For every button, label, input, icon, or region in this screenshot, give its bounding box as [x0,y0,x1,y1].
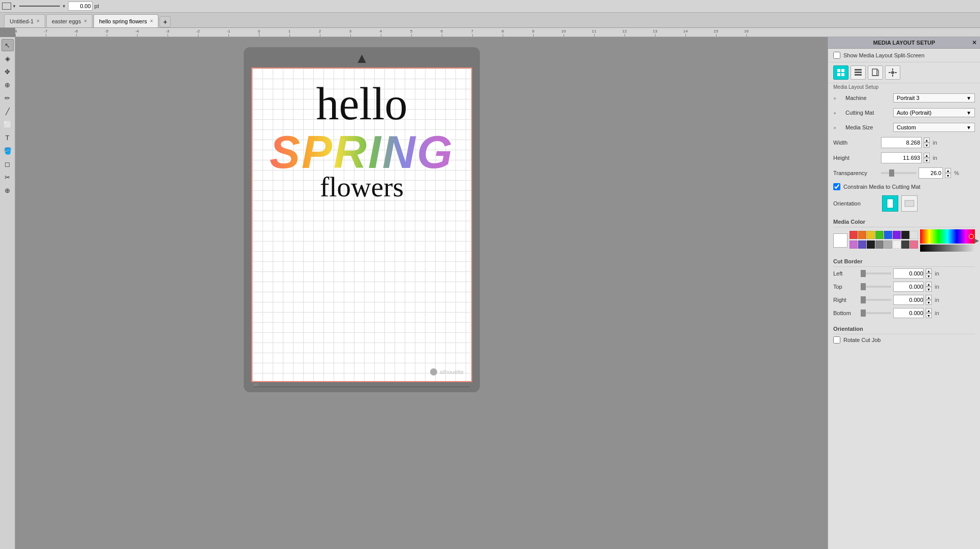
swatch-hotpink[interactable] [910,241,918,249]
cut-right-input[interactable] [893,295,924,305]
cut-left-up[interactable]: ▲ [926,268,932,273]
swatch-red[interactable] [850,231,858,239]
constrain-checkbox[interactable] [833,183,840,190]
media-size-dropdown[interactable]: Custom ▼ [893,123,975,132]
width-row: Width 8.268 ▲ ▼ in [828,135,980,150]
orientation-portrait-btn[interactable] [882,195,898,212]
gradient-arrow[interactable]: ▶ [974,237,979,244]
swatch-green[interactable] [875,231,884,239]
machine-label: Machine [845,95,891,101]
icon-grid-btn[interactable] [851,65,866,80]
tool-text[interactable]: T [2,131,14,144]
tool-node[interactable]: ◈ [2,52,14,64]
show-split-row: Show Media Layout Split-Screen [828,49,980,62]
shape-dropdown-arrow[interactable]: ▼ [12,4,16,9]
icon-page-btn[interactable] [868,65,883,80]
tab-untitled[interactable]: Untitled-1 × [4,14,45,27]
height-down[interactable]: ▼ [924,158,930,163]
cut-right-slider[interactable] [861,299,891,301]
cut-top-down[interactable]: ▼ [926,287,932,292]
tab-close-spring[interactable]: × [150,18,153,24]
tool-knife[interactable]: ✂ [2,171,14,183]
swatch-orange[interactable] [858,231,866,239]
cut-left-down[interactable]: ▼ [926,273,932,279]
swatch-gray[interactable] [875,241,884,249]
hello-text: hello [316,79,408,129]
toolbar-shape-selector[interactable]: ▼ [2,3,16,10]
svg-rect-11 [892,75,893,77]
tool-pencil[interactable]: ✏ [2,92,14,104]
icon-settings-btn[interactable] [885,65,900,80]
swatch-darkblack[interactable] [867,241,875,249]
tab-hello-spring[interactable]: hello spring flowers × [93,14,158,27]
cut-top-input[interactable] [893,282,924,292]
device-arrow: ▲ [355,50,369,66]
transparency-down[interactable]: ▼ [945,173,951,178]
cut-left-slider[interactable] [861,272,891,274]
tool-eraser[interactable]: ◻ [2,158,14,170]
cut-bottom-slider[interactable] [861,312,891,314]
width-down[interactable]: ▼ [924,143,930,148]
swatch-indigo[interactable] [858,241,866,249]
cut-top-label: Top [833,284,859,290]
height-input[interactable]: 11.693 [881,152,922,163]
rotate-checkbox[interactable] [833,336,840,344]
swatch-nearwhite[interactable] [893,241,901,249]
cut-right-up[interactable]: ▲ [926,295,932,300]
orientation-landscape-btn[interactable] [901,195,918,212]
cut-left-input[interactable] [893,268,924,279]
swatch-darkgray[interactable] [901,241,909,249]
shape-rect[interactable] [2,3,11,10]
cut-right-down[interactable]: ▼ [926,300,932,305]
color-area: ▶ [833,229,975,252]
canvas-area: ▲ hello SPRING flowers silhouette 52 [15,37,828,549]
tool-fill[interactable]: 🪣 [2,145,14,157]
tool-select[interactable]: ↖ [2,39,14,51]
swatch-lightgray[interactable] [884,241,892,249]
tab-label-easter: easter eggs [52,18,81,24]
ruler-label: -8 [15,29,17,33]
transparency-input[interactable] [919,167,943,179]
cut-bottom-up[interactable]: ▲ [926,308,932,313]
cut-top-slider[interactable] [861,286,891,288]
show-split-checkbox[interactable] [833,52,840,59]
tool-weld[interactable]: ⊕ [2,184,14,196]
color-gradient-bar[interactable] [920,229,975,244]
cut-bottom-down[interactable]: ▼ [926,313,932,318]
cutting-mat-dropdown[interactable]: Auto (Portrait) ▼ [893,108,975,117]
color-preview[interactable] [833,233,847,248]
machine-dropdown[interactable]: Portrait 3 ▼ [893,93,975,102]
line-dropdown-arrow[interactable]: ▼ [62,4,66,9]
color-swatches-row2 [850,241,918,249]
width-up[interactable]: ▲ [924,138,930,143]
width-input[interactable]: 8.268 [881,137,922,148]
tab-easter-eggs[interactable]: easter eggs × [46,14,92,27]
swatch-black[interactable] [901,231,909,239]
tab-close-untitled[interactable]: × [37,18,40,24]
tab-add-button[interactable]: + [159,16,171,27]
cut-top-up[interactable]: ▲ [926,282,932,287]
swatch-yellow[interactable] [867,231,875,239]
tool-shape[interactable]: ⬜ [2,118,14,130]
machine-status-icon: ● [833,95,836,101]
swatch-purple[interactable] [893,231,901,239]
orientation-label: Orientation [833,200,879,207]
swatch-pink[interactable] [850,241,858,249]
tab-close-easter[interactable]: × [84,18,87,24]
tool-line[interactable]: ╱ [2,105,14,117]
thickness-input[interactable]: 0.00 [68,2,92,11]
brightness-bar[interactable] [920,245,975,252]
icon-layout-btn[interactable] [833,65,848,80]
swatch-white[interactable] [910,231,918,239]
swatch-blue[interactable] [884,231,892,239]
cut-bottom-input[interactable] [893,308,924,318]
transparency-up[interactable]: ▲ [945,168,951,173]
transparency-spinners: ▲ ▼ [945,168,951,178]
panel-close-button[interactable]: ✕ [972,39,977,46]
tool-pan[interactable]: ✥ [2,65,14,78]
transparency-slider[interactable] [881,172,917,174]
media-size-value: Custom [897,124,916,130]
canvas-page[interactable]: hello SPRING flowers silhouette [251,67,472,382]
height-up[interactable]: ▲ [924,153,930,158]
tool-zoom[interactable]: ⊕ [2,79,14,91]
